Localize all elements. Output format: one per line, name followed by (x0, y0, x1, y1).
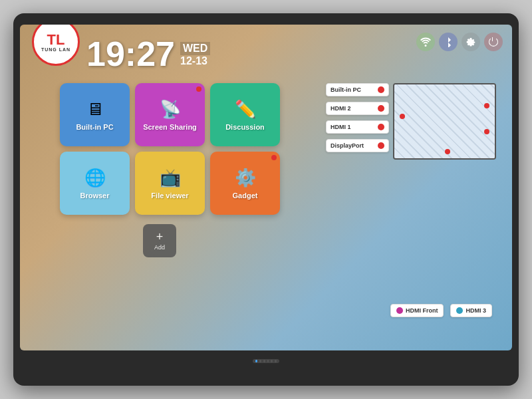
clock-day: WED (180, 42, 210, 55)
add-icon: + (156, 231, 164, 243)
tv-led-indicators (253, 359, 279, 363)
builtin-pc-icon: 🖥 (86, 99, 104, 120)
tile-builtin-pc[interactable]: 🖥 Built-in PC (60, 83, 130, 146)
clock-time: 19:27 (86, 37, 175, 71)
input-hdmi2-label: HDMI 2 (331, 105, 351, 112)
screen-sharing-dot (196, 86, 201, 92)
input-hdmi2-dot (378, 105, 384, 112)
discussion-label: Discussion (225, 123, 265, 131)
gadget-dot (271, 155, 277, 160)
led-dot-5 (271, 360, 273, 362)
top-right-icons (416, 33, 503, 51)
input-hdmi3[interactable]: HDMI 3 (450, 304, 492, 317)
input-hdmi-front[interactable]: HDMI Front (390, 304, 444, 317)
input-hdmi1-dot (378, 124, 384, 130)
power-icon[interactable] (484, 33, 503, 51)
preview-dot-left (400, 114, 405, 119)
browser-label: Browser (80, 192, 109, 200)
file-viewer-icon: 📺 (160, 168, 181, 188)
screen-sharing-icon: 📡 (160, 99, 181, 120)
brand-name: TUNG LAN (41, 47, 70, 52)
tile-discussion[interactable]: ✏️ Discussion (210, 83, 280, 146)
tile-browser[interactable]: 🌐 Browser (60, 152, 130, 215)
brand-initials: TL (47, 33, 65, 47)
gadget-icon: ⚙️ (235, 168, 256, 188)
input-builtin-pc[interactable]: Built-in PC (326, 83, 389, 96)
add-label: Add (154, 244, 165, 251)
preview-dot-bottom (445, 149, 450, 154)
input-panel: Built-in PC HDMI 2 HDMI 1 DisplayPort (326, 83, 499, 160)
clock-md: 12-13 (180, 55, 207, 67)
tv-bottom-bar (20, 350, 512, 372)
led-dot-2 (259, 360, 261, 362)
tile-screen-sharing[interactable]: 📡 Screen Sharing (135, 83, 205, 146)
discussion-icon: ✏️ (235, 99, 256, 120)
led-dot-4 (267, 360, 269, 362)
screen-preview (393, 83, 496, 160)
input-builtin-pc-label: Built-in PC (331, 86, 361, 93)
input-buttons: Built-in PC HDMI 2 HDMI 1 DisplayPort (326, 83, 389, 160)
led-dot-3 (263, 360, 265, 362)
file-viewer-label: File viewer (151, 192, 188, 200)
led-dot-6 (275, 360, 277, 362)
screen-sharing-label: Screen Sharing (143, 123, 197, 131)
tile-gadget[interactable]: ⚙️ Gadget (210, 152, 280, 215)
bluetooth-icon[interactable] (439, 33, 458, 51)
input-displayport-label: DisplayPort (331, 142, 364, 149)
hdmi3-label: HDMI 3 (466, 307, 486, 314)
tv-display: TL TUNG LAN 19:27 WED 12-13 (13, 13, 519, 386)
clock-area: 19:27 WED 12-13 (86, 37, 210, 71)
input-displayport-dot (378, 142, 384, 149)
bottom-inputs: HDMI Front HDMI 3 (390, 304, 492, 317)
tile-file-viewer[interactable]: 📺 File viewer (135, 152, 205, 215)
add-button[interactable]: + Add (143, 224, 176, 257)
preview-pattern (394, 84, 495, 158)
input-hdmi1-label: HDMI 1 (331, 124, 351, 130)
settings-icon[interactable] (462, 33, 480, 51)
hdmi-front-label: HDMI Front (406, 307, 438, 314)
wifi-icon[interactable] (416, 33, 435, 51)
input-displayport[interactable]: DisplayPort (326, 139, 389, 152)
browser-icon: 🌐 (84, 168, 106, 188)
display-screen: TL TUNG LAN 19:27 WED 12-13 (20, 25, 512, 350)
led-dot-1 (255, 360, 257, 362)
input-hdmi2[interactable]: HDMI 2 (326, 102, 389, 115)
hdmi-front-dot (396, 307, 403, 314)
input-hdmi1[interactable]: HDMI 1 (326, 120, 389, 134)
input-builtin-pc-dot (378, 86, 384, 93)
clock-date: WED 12-13 (180, 42, 210, 67)
hdmi3-dot (456, 307, 463, 314)
app-grid: 🖥 Built-in PC 📡 Screen Sharing ✏️ Discus… (60, 83, 280, 215)
builtin-pc-label: Built-in PC (76, 123, 113, 131)
gadget-label: Gadget (233, 192, 258, 200)
brand-logo: TL TUNG LAN (32, 25, 80, 66)
